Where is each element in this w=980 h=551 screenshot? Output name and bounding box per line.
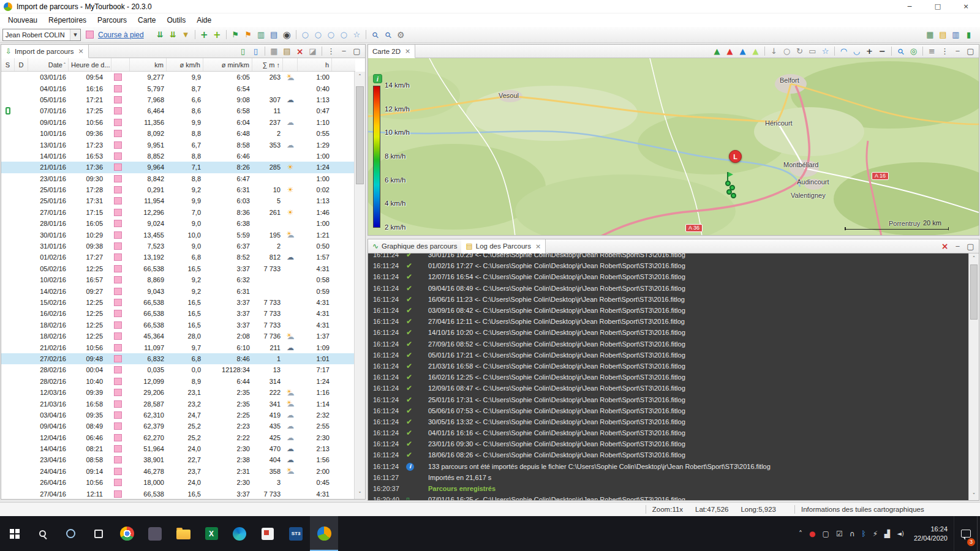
log-entry[interactable]: 16:11:27 i Importés en 21,617 s	[368, 472, 968, 483]
tab-import-de-parcours[interactable]: ⇩ Import de parcours ×	[1, 45, 89, 58]
tour-row[interactable]: 13/01/16 17:23 9,951 6,7 8:58 353 1:29	[1, 139, 355, 150]
log-entry[interactable]: 16:11:24 ✔i 16/06/16 11:23 <- C:\Users\S…	[368, 294, 968, 305]
scrollbar-thumb[interactable]	[356, 86, 364, 184]
add-marker-icon[interactable]: +	[211, 29, 224, 41]
tour-row[interactable]: 31/01/16 09:38 7,523 9,0 6:37 2 0:50	[1, 241, 355, 252]
col-weather[interactable]	[283, 58, 298, 71]
tour-row[interactable]: 14/01/16 16:53 8,852 8,8 6:46 1:00	[1, 151, 355, 162]
tour-row[interactable]: 21/01/16 17:36 9,964 7,1 8:26 285 1:24	[1, 162, 355, 173]
tour-row[interactable]: 21/03/16 16:58 28,587 23,2 2:35 341 1:14	[1, 398, 355, 409]
log-entry[interactable]: 16:20:37 i Parcours enregistrés	[368, 483, 968, 494]
menu-item[interactable]: Nouveau	[2, 16, 43, 24]
col-tour-type[interactable]	[111, 58, 130, 71]
columns-icon[interactable]: ▤	[268, 29, 281, 41]
taskbar-app-button[interactable]	[141, 516, 169, 551]
easy-import-icon[interactable]: ▦	[268, 45, 281, 58]
marker-icon[interactable]: ▲	[736, 45, 749, 58]
map-options-icon[interactable]: ≡	[925, 45, 938, 58]
tray-app-red-icon[interactable]: ●	[809, 530, 815, 538]
tour-row[interactable]: 28/02/16 10:40 12,099 8,9 6:44 314 1:24	[1, 376, 355, 387]
tour-row[interactable]: 12/04/16 06:46 62,270 25,2 2:22 425 2:30	[1, 432, 355, 443]
log-entry[interactable]: 16:11:24 ✔i 25/01/16 17:31 <- C:\Users\S…	[368, 394, 968, 405]
log-entry[interactable]: 16:11:24 ✔i 27/04/16 12:11 <- C:\Users\S…	[368, 316, 968, 327]
log-entry[interactable]: 16:11:24 ✔i 30/01/16 10:29 <- C:\Users\S…	[368, 253, 968, 260]
network-icon[interactable]: ▟	[884, 530, 890, 538]
record-icon[interactable]: ◉	[281, 29, 293, 41]
tour-row[interactable]: 18/02/16 12:25 45,364 28,0 2:08 7 736 1:…	[1, 331, 355, 342]
tour-row[interactable]: 14/04/16 08:21 51,964 24,0 2:30 470 2:13	[1, 443, 355, 454]
map-bookmark-icon[interactable]: ▦	[924, 29, 937, 41]
taskbar-excel-button[interactable]: X	[197, 516, 225, 551]
col-d[interactable]: D	[15, 58, 28, 71]
maximize-icon[interactable]: ▢	[964, 45, 977, 58]
tour-row[interactable]: 01/02/16 17:27 13,192 6,8 8:52 812 1:57	[1, 252, 355, 263]
tour-row[interactable]: 23/01/16 09:30 8,842 8,8 6:47 1:00	[1, 173, 355, 184]
tour-row[interactable]: 27/04/16 12:11 66,538 16,5 3:37 7 733 4:…	[1, 488, 355, 498]
tour-row[interactable]: 24/04/16 09:14 46,278 23,7 2:31 358 2:00	[1, 466, 355, 477]
tour-row[interactable]: 14/02/16 09:27 9,043 9,2 6:31 0:59	[1, 285, 355, 296]
view-menu-icon[interactable]: ⋮	[325, 45, 337, 58]
chart-icon[interactable]: ▥	[255, 29, 268, 41]
log-entry[interactable]: 16:11:24 ✔i 16/02/16 12:25 <- C:\Users\S…	[368, 372, 968, 383]
col-distance[interactable]: km	[130, 58, 167, 71]
tour-row[interactable]: 12/03/16 09:39 29,206 23,1 2:35 222 1:16	[1, 387, 355, 398]
menu-item[interactable]: Parcours	[92, 16, 132, 24]
view-menu-icon[interactable]: ⋮	[938, 45, 951, 58]
minimize-icon[interactable]: ─	[337, 45, 350, 58]
device-import-icon[interactable]: ⇊	[167, 29, 179, 41]
import-tours-icon[interactable]: ⇊	[154, 29, 167, 41]
tour-row[interactable]: 26/04/16 10:56 18,000 24,0 2:30 3 0:45	[1, 477, 355, 488]
maximize-icon[interactable]: ▢	[350, 45, 363, 58]
start-button[interactable]	[0, 516, 28, 551]
log-entry[interactable]: 16:11:24 ✔i 30/05/16 13:32 <- C:\Users\S…	[368, 416, 968, 427]
tour-row[interactable]: 07/01/16 17:25 6,464 8,6 6:58 11 0:47	[1, 105, 355, 116]
close-button[interactable]: ×	[952, 0, 980, 13]
tour-compare-icon[interactable]: ○	[337, 29, 350, 41]
tour-row[interactable]: 10/02/16 16:57 8,869 9,2 6:32 0:58	[1, 274, 355, 285]
tour-row[interactable]: 09/04/16 08:49 62,379 25,2 2:23 435 2:55	[1, 421, 355, 432]
legend-info-icon[interactable]: i	[373, 74, 382, 83]
taskbar-search-button[interactable]	[28, 516, 56, 551]
menu-item[interactable]: Aide	[191, 16, 217, 24]
defender-icon[interactable]: ☑	[836, 530, 843, 538]
device-usb-icon[interactable]: ▯	[249, 45, 262, 58]
hidden-icons-button[interactable]: ˄	[799, 530, 802, 538]
headset-icon[interactable]: ∩	[850, 530, 855, 538]
menu-item[interactable]: Répertoires	[43, 16, 92, 24]
log-console[interactable]: 16:11:24 ✔i 30/01/16 10:29 <- C:\Users\S…	[368, 253, 979, 500]
log-entry[interactable]: 16:11:24 i 133 parcours ont été importés…	[368, 461, 968, 472]
tab-carte-2d[interactable]: Carte 2D ×	[368, 45, 415, 58]
tray-vm-icon[interactable]: ▢	[823, 530, 829, 538]
log-entry[interactable]: 16:11:24 ✔i 04/01/16 16:16 <- C:\Users\S…	[368, 427, 968, 438]
import-file-icon[interactable]: ▤	[281, 45, 293, 58]
tour-row[interactable]: 25/01/16 17:28 0,291 9,2 6:31 10 0:02	[1, 184, 355, 195]
log-entry[interactable]: 16:11:24 ✔i 05/01/16 17:21 <- C:\Users\S…	[368, 350, 968, 361]
tour-type-link[interactable]: Course à pied	[98, 31, 144, 39]
show-tour-icon[interactable]: ◠	[837, 45, 850, 58]
taskbar-mytourbook-button[interactable]	[310, 516, 338, 551]
tour-type-color-swatch[interactable]	[86, 31, 94, 39]
marker-end-icon[interactable]: ▲	[723, 45, 736, 58]
tour-analyzer-icon[interactable]: ○	[325, 29, 337, 41]
tour-row[interactable]: 15/02/16 12:25 66,538 16,5 3:37 7 733 4:…	[1, 297, 355, 308]
tour-row[interactable]: 27/01/16 17:15 12,296 7,0 8:36 261 1:46	[1, 207, 355, 218]
col-date[interactable]: Date ˆ	[28, 58, 69, 71]
close-tab-icon[interactable]: ×	[535, 242, 541, 250]
col-status[interactable]: S	[1, 58, 15, 71]
device-watch-icon[interactable]: ▯	[236, 45, 249, 58]
marker-start-icon[interactable]: ▲	[710, 45, 723, 58]
taskbar-clock[interactable]: 16:24 22/04/2020	[908, 516, 954, 551]
zoom-in-icon[interactable]: +	[863, 45, 876, 58]
tour-row[interactable]: 05/02/16 12:25 66,538 16,5 3:37 7 733 4:…	[1, 263, 355, 274]
bookmark-icon[interactable]: ☆	[819, 45, 832, 58]
status-tile-info[interactable]: Informations des tuiles cartographiques	[801, 506, 980, 513]
log-entry[interactable]: 16:11:24 ✔i 27/09/16 08:52 <- C:\Users\S…	[368, 339, 968, 350]
minimize-icon[interactable]: ─	[951, 45, 964, 58]
tour-chart2-icon[interactable]: ▥	[949, 29, 962, 41]
log-entry[interactable]: 16:11:24 ✔i 09/04/16 08:49 <- C:\Users\S…	[368, 283, 968, 294]
scroll-down-icon[interactable]: ˅	[355, 489, 365, 499]
log-entry[interactable]: 16:20:40 ▯i 07/01/16 16:25 <- C:\Users\S…	[368, 494, 968, 500]
tour-blog-icon[interactable]: ○	[299, 29, 312, 41]
log-entry[interactable]: 16:11:24 ✔i 23/01/16 09:30 <- C:\Users\S…	[368, 438, 968, 449]
log-entry[interactable]: 16:11:24 ✔i 18/06/16 08:26 <- C:\Users\S…	[368, 449, 968, 460]
